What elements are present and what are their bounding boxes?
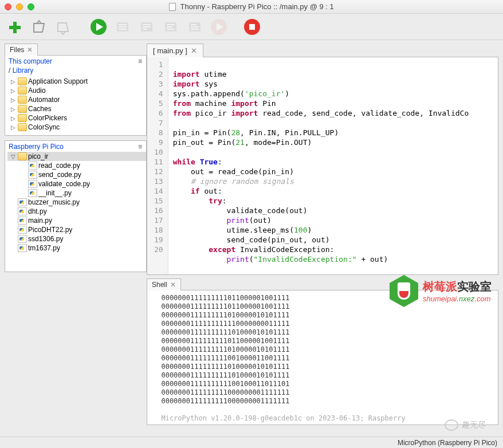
svg-rect-17 — [167, 29, 175, 30]
tree-file-item[interactable]: send_code.py — [7, 170, 146, 179]
svg-rect-8 — [119, 26, 127, 27]
debug-button[interactable] — [113, 18, 132, 36]
folder-icon — [18, 87, 27, 95]
side-panels: Files ✕ This computer ≡ / Library ▷ Appl… — [0, 40, 147, 435]
svg-marker-3 — [58, 23, 68, 32]
chevron-right-icon[interactable]: ▷ — [10, 115, 17, 121]
window-title: Thonny - Raspberry Pi Pico :: /main.py @… — [0, 2, 503, 11]
tree-folder-item[interactable]: ▷ ColorSync — [7, 123, 146, 132]
svg-rect-25 — [249, 24, 255, 30]
close-icon[interactable]: ✕ — [191, 46, 197, 55]
tree-item-label: ssd1306.py — [28, 235, 63, 243]
svg-rect-19 — [191, 24, 197, 25]
tree-folder-item[interactable]: ▷ Caches — [7, 104, 146, 113]
toolbar — [0, 14, 503, 40]
line-gutter: 1234567891011121314151617181920 — [147, 57, 168, 274]
files-panel: Files ✕ This computer ≡ / Library ▷ Appl… — [5, 44, 147, 136]
new-file-button[interactable] — [6, 18, 24, 36]
tree-file-item[interactable]: __init__.py — [7, 188, 146, 198]
minimize-window-button[interactable] — [16, 3, 23, 10]
chevron-right-icon[interactable]: ▷ — [10, 78, 17, 85]
tree-file-item[interactable]: read_code.py — [7, 161, 146, 170]
tree-item-label: Caches — [28, 105, 52, 113]
tree-folder-item[interactable]: ▷ Automator — [7, 95, 146, 104]
svg-rect-1 — [13, 22, 17, 33]
chevron-right-icon[interactable]: ▷ — [10, 106, 17, 112]
this-computer-header[interactable]: This computer ≡ — [5, 56, 146, 66]
library-link[interactable]: Library — [13, 66, 34, 74]
chevron-down-icon[interactable]: ▽ — [10, 154, 17, 160]
tree-file-item[interactable]: ssd1306.py — [7, 234, 146, 243]
tree-item-label: buzzer_music.py — [28, 198, 80, 206]
maximize-window-button[interactable] — [27, 3, 34, 10]
folder-icon — [18, 77, 27, 85]
editor-tab-main[interactable]: [ main.py ] ✕ — [147, 44, 203, 57]
chevron-right-icon[interactable]: ▷ — [10, 88, 17, 94]
tree-item-label: validate_code.py — [38, 180, 90, 188]
python-file-icon — [28, 171, 37, 179]
tree-file-item[interactable]: PicoDHT22.py — [7, 225, 146, 234]
shell-panel: Shell ✕ 0000000111111111011000001001111 … — [147, 278, 498, 425]
svg-rect-21 — [191, 29, 199, 30]
python-file-icon — [18, 235, 27, 243]
shell-tab[interactable]: Shell ✕ — [147, 278, 181, 290]
tree-file-item[interactable]: tm1637.py — [7, 243, 146, 253]
menu-icon[interactable]: ≡ — [138, 57, 143, 65]
tree-folder-item[interactable]: ▷ Audio — [7, 86, 146, 95]
svg-rect-7 — [119, 24, 127, 25]
tree-folder-item[interactable]: ▷ Application Support — [7, 77, 146, 86]
svg-rect-16 — [167, 26, 172, 27]
stop-button[interactable] — [243, 18, 261, 36]
svg-rect-12 — [143, 26, 151, 27]
shell-output[interactable]: 0000000111111111011000001001111 00000001… — [147, 290, 498, 425]
tree-item-label: PicoDHT22.py — [28, 226, 72, 234]
step-out-button[interactable] — [186, 18, 204, 36]
editor-area: [ main.py ] ✕ 12345678910111213141516171… — [147, 40, 503, 435]
step-over-button[interactable] — [137, 18, 156, 36]
svg-rect-20 — [191, 26, 199, 27]
tree-file-item[interactable]: validate_code.py — [7, 179, 146, 188]
open-file-button[interactable] — [30, 18, 48, 36]
folder-icon — [18, 96, 27, 104]
python-file-icon — [18, 244, 27, 252]
tree-folder-item[interactable]: ▷ ColorPickers — [7, 113, 146, 123]
svg-rect-9 — [119, 29, 127, 30]
interpreter-selector[interactable]: MicroPython (Raspberry Pi Pico) — [398, 439, 497, 447]
menu-icon[interactable]: ≡ — [138, 143, 143, 151]
code-editor[interactable]: 1234567891011121314151617181920 import u… — [147, 57, 498, 275]
code-content[interactable]: import utime import sys sys.path.append(… — [168, 57, 474, 274]
statusbar: MicroPython (Raspberry Pi Pico) — [0, 437, 503, 448]
tree-item-label: __init__.py — [38, 189, 72, 197]
chevron-right-icon[interactable]: ▷ — [10, 124, 17, 131]
step-into-button[interactable] — [162, 18, 180, 36]
close-icon[interactable]: ✕ — [27, 46, 33, 54]
python-file-icon — [28, 162, 37, 170]
tree-item-label: Automator — [28, 96, 60, 104]
tree-item-label: dht.py — [28, 207, 47, 215]
main-area: Files ✕ This computer ≡ / Library ▷ Appl… — [0, 40, 503, 435]
tree-item-label: read_code.py — [38, 162, 80, 170]
svg-rect-13 — [143, 29, 147, 30]
tree-item-label: pico_ir — [28, 152, 48, 160]
save-file-button[interactable] — [54, 18, 72, 36]
document-icon — [169, 3, 176, 11]
run-button[interactable] — [89, 18, 108, 36]
python-file-icon — [28, 180, 37, 188]
tree-folder-item[interactable]: ▽ pico_ir — [7, 152, 146, 161]
files-tab[interactable]: Files ✕ — [5, 44, 38, 56]
tree-item-label: ColorPickers — [28, 114, 67, 122]
close-icon[interactable]: ✕ — [170, 281, 176, 289]
chevron-right-icon[interactable]: ▷ — [10, 97, 17, 103]
svg-marker-2 — [34, 23, 44, 32]
tree-file-item[interactable]: dht.py — [7, 207, 146, 216]
resume-button[interactable] — [210, 18, 228, 36]
pico-header[interactable]: Raspberry Pi Pico ≡ — [5, 141, 146, 152]
editor-panel: [ main.py ] ✕ 12345678910111213141516171… — [147, 44, 498, 275]
tree-file-item[interactable]: main.py — [7, 216, 146, 225]
tree-file-item[interactable]: buzzer_music.py — [7, 198, 146, 207]
close-window-button[interactable] — [5, 3, 11, 10]
folder-icon — [18, 123, 27, 131]
tree-item-label: ColorSync — [28, 123, 60, 131]
folder-icon — [18, 114, 27, 122]
svg-rect-15 — [167, 24, 175, 25]
